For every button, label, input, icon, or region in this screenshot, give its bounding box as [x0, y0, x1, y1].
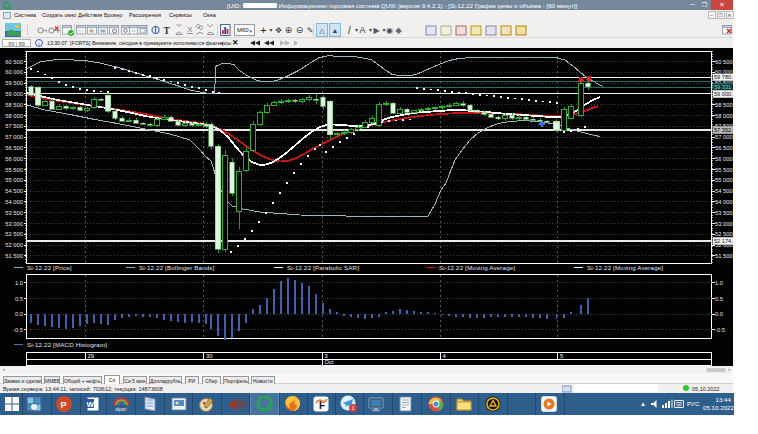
svg-text:30: 30 — [206, 353, 212, 359]
svg-text:56 500: 56 500 — [715, 145, 733, 151]
svg-text:59 000.0: 59 000.0 — [714, 91, 733, 97]
svg-text:60 500: 60 500 — [715, 59, 733, 65]
svg-text:Si-12.22 [Moving Average]: Si-12.22 [Moving Average] — [587, 264, 663, 271]
svg-text:Si-12.22 [MACD Histogram]: Si-12.22 [MACD Histogram] — [27, 341, 107, 348]
svg-text:5: 5 — [560, 353, 563, 359]
svg-text:Si-12.22 [Parabolic SAR]: Si-12.22 [Parabolic SAR] — [287, 264, 359, 271]
svg-text:T: T — [163, 26, 170, 36]
svg-text:59 000: 59 000 — [5, 91, 23, 97]
svg-text:58 500: 58 500 — [5, 102, 23, 108]
svg-text:54 500: 54 500 — [5, 188, 23, 194]
svg-text:57 500: 57 500 — [5, 123, 23, 129]
svg-text:0.0: 0.0 — [15, 311, 23, 317]
svg-text:58 000: 58 000 — [715, 113, 733, 119]
svg-text:57 000: 57 000 — [715, 134, 733, 140]
svg-text:1.0: 1.0 — [715, 280, 723, 286]
svg-text:51 500: 51 500 — [5, 253, 23, 259]
svg-text:0.0: 0.0 — [715, 311, 723, 317]
svg-text:59 331: 59 331 — [714, 84, 731, 90]
svg-text:1: 1 — [352, 405, 355, 411]
svg-text:29: 29 — [88, 353, 94, 359]
svg-text:Si-12.22 [Bollinger Bands]: Si-12.22 [Bollinger Bands] — [139, 264, 215, 271]
svg-text:52 174.5: 52 174.5 — [714, 238, 733, 244]
svg-text:53 500: 53 500 — [5, 210, 23, 216]
svg-text:60 000: 60 000 — [5, 69, 23, 75]
svg-text:54 000: 54 000 — [715, 199, 733, 205]
svg-text:59 500: 59 500 — [5, 80, 23, 86]
svg-text:0.5: 0.5 — [715, 296, 723, 302]
svg-text:58 500: 58 500 — [715, 102, 733, 108]
svg-text:P: P — [61, 400, 67, 410]
svg-text:52 500: 52 500 — [5, 231, 23, 237]
svg-text:0.5: 0.5 — [15, 296, 23, 302]
svg-text:59 780.0: 59 780.0 — [714, 74, 733, 80]
svg-text:54 000: 54 000 — [5, 199, 23, 205]
svg-text:Si-12.22 [Price]: Si-12.22 [Price] — [27, 264, 72, 271]
svg-text:-0.5: -0.5 — [715, 327, 725, 333]
svg-text:60 500: 60 500 — [5, 59, 23, 65]
svg-text:53 000: 53 000 — [5, 221, 23, 227]
svg-text:57 352.5: 57 352.5 — [714, 127, 733, 133]
svg-text:55 500: 55 500 — [715, 167, 733, 173]
svg-text:53 500: 53 500 — [715, 210, 733, 216]
svg-text:56 000: 56 000 — [715, 156, 733, 162]
svg-text:alpari: alpari — [116, 407, 127, 412]
svg-text:Si-12.22 [Moving Average]: Si-12.22 [Moving Average] — [439, 264, 515, 271]
svg-text:-0.5: -0.5 — [13, 327, 23, 333]
svg-text:53 000: 53 000 — [715, 221, 733, 227]
svg-text:W: W — [87, 400, 95, 409]
svg-text:54 500: 54 500 — [715, 188, 733, 194]
svg-text:52 000: 52 000 — [5, 242, 23, 248]
svg-text:55 000: 55 000 — [5, 177, 23, 183]
svg-text:55 500: 55 500 — [5, 167, 23, 173]
svg-text:56 000: 56 000 — [5, 156, 23, 162]
svg-text:Oct: Oct — [325, 359, 334, 365]
svg-text:56 500: 56 500 — [5, 145, 23, 151]
svg-text:58 000: 58 000 — [5, 113, 23, 119]
svg-text:57 000: 57 000 — [5, 134, 23, 140]
svg-text:55 000: 55 000 — [715, 177, 733, 183]
svg-text:3: 3 — [325, 353, 328, 359]
svg-text:52 500: 52 500 — [715, 231, 733, 237]
svg-text:51 500: 51 500 — [715, 253, 733, 259]
svg-text:1.0: 1.0 — [15, 280, 23, 286]
